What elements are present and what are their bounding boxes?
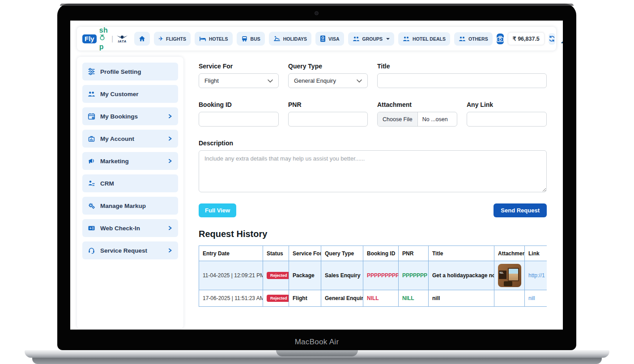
bus-icon (241, 35, 248, 42)
cell-entry-date: 11-04-2025 | 12:09:21 PM (199, 261, 263, 290)
cell-title: Get a holidaypackage now (429, 261, 494, 290)
chevron-right-icon (167, 158, 173, 164)
title-input[interactable] (377, 73, 547, 88)
camera-button[interactable] (497, 34, 504, 44)
col-pnr: PNR (399, 246, 429, 261)
iata-wings-icon (117, 34, 128, 40)
flyshop-logo[interactable]: Fly shp | IATA (82, 26, 128, 51)
attachment-file-input[interactable]: Choose File No ...osen (377, 112, 457, 127)
col-booking-id: Booking ID (363, 246, 399, 261)
cell-query-type: Sales Enquiry (321, 261, 363, 290)
pnr-label: PNR (288, 101, 368, 108)
briefcase-chart-icon (88, 135, 95, 142)
cell-entry-date: 17-06-2025 | 11:51:23 AM (199, 290, 263, 307)
calendar-icon (88, 113, 95, 120)
cell-service-for: Package (289, 261, 321, 290)
cell-booking-id: PPPPPPPPP (363, 261, 399, 290)
table-header-row: Entry Date Status Service For Query Type… (199, 246, 547, 261)
group-icon (353, 36, 360, 42)
camera-icon (497, 36, 504, 42)
nav-home[interactable] (134, 32, 150, 46)
chevron-down-icon (386, 38, 390, 40)
choose-file-button[interactable]: Choose File (378, 112, 418, 126)
service-for-select[interactable]: Flight (199, 73, 279, 88)
cell-query-type: General Enquiry (321, 290, 363, 307)
nav-hotel-deals[interactable]: HOTEL DEALS (398, 32, 450, 46)
chevron-right-icon (167, 114, 173, 119)
nav-groups[interactable]: GROUPS (348, 32, 395, 46)
headset-icon (88, 247, 95, 254)
col-status: Status (263, 246, 289, 261)
sidebar: Profile Setting My Customer My Bookings … (77, 57, 183, 329)
sidebar-item-manage-markup[interactable]: Manage Markup (82, 197, 178, 215)
query-type-label: Query Type (288, 63, 368, 70)
top-navbar: Fly shp | IATA ✈ FLIGHTS HOTELS BUS HOLI… (77, 27, 556, 51)
query-type-select[interactable]: General Enquiry (288, 73, 368, 88)
chevron-down-icon (268, 79, 273, 83)
status-badge: Rejected (267, 272, 289, 279)
cell-pnr: NILL (399, 290, 429, 307)
wallet-balance: ₹ 96,837.5 (508, 32, 545, 45)
group-icon (459, 36, 466, 42)
sidebar-item-my-customer[interactable]: My Customer (82, 85, 178, 103)
col-link: Link (525, 246, 547, 261)
col-service-for: Service For (289, 246, 321, 261)
iata-logo: IATA (117, 34, 128, 43)
chevron-right-icon (167, 136, 173, 141)
description-textarea[interactable] (199, 150, 547, 192)
booking-id-label: Booking ID (199, 101, 279, 108)
chevron-down-icon (357, 79, 362, 83)
device-label: MacBook Air (57, 338, 576, 347)
service-for-label: Service For (199, 63, 279, 70)
sliders-icon (88, 68, 95, 75)
nav-holidays[interactable]: HOLIDAYS (269, 32, 311, 46)
sidebar-item-service-request[interactable]: Service Request (82, 241, 178, 259)
nav-hotels[interactable]: HOTELS (195, 32, 233, 46)
logo-shop: shp (99, 26, 108, 51)
sidebar-item-my-bookings[interactable]: My Bookings (82, 107, 178, 125)
any-link-input[interactable] (467, 112, 547, 127)
boarding-pass-icon: ✈ (88, 224, 95, 232)
file-status: No ...osen (418, 112, 452, 126)
cell-attachment: TEL (494, 261, 525, 290)
nav-others[interactable]: OTHERS (454, 32, 493, 46)
palm-tree-icon (99, 34, 105, 42)
table-row: 11-04-2025 | 12:09:21 PM Rejected Packag… (199, 261, 547, 290)
sidebar-item-web-check-in[interactable]: ✈ Web Check-In (82, 219, 178, 237)
attachment-label: Attachment (377, 101, 457, 108)
thumbnail-window (508, 268, 519, 281)
cell-link[interactable]: nill (525, 290, 547, 307)
cell-link[interactable]: http://1 (525, 261, 547, 290)
send-request-button[interactable]: Send Request (494, 203, 547, 217)
nav-visa[interactable]: VISA (315, 32, 344, 46)
crm-person-icon (88, 180, 95, 187)
chevron-right-icon (167, 248, 173, 253)
nav-bus[interactable]: BUS (237, 32, 265, 46)
sidebar-item-marketing[interactable]: Marketing (82, 152, 178, 170)
full-view-button[interactable]: Full View (199, 203, 236, 217)
sidebar-item-my-account[interactable]: My Account (82, 130, 178, 148)
sidebar-item-crm[interactable]: CRM (82, 174, 178, 192)
thumbnail-furniture (504, 281, 512, 286)
megaphone-icon (88, 157, 95, 165)
nav-flights[interactable]: ✈ FLIGHTS (154, 32, 191, 46)
booking-id-input[interactable] (199, 112, 279, 127)
home-icon (139, 35, 145, 42)
laptop-base-shadow (32, 358, 602, 364)
sidebar-item-profile-setting[interactable]: Profile Setting (82, 63, 178, 80)
refresh-button[interactable] (549, 33, 555, 45)
col-query-type: Query Type (321, 246, 363, 261)
user-avatar[interactable] (559, 33, 563, 45)
refresh-icon (549, 35, 555, 42)
user-icon (559, 33, 563, 45)
request-history-table: Entry Date Status Service For Query Type… (199, 245, 547, 307)
service-request-form: Service For Flight Query Type General En… (199, 63, 547, 307)
cell-service-for: Flight (289, 290, 321, 307)
attachment-thumbnail[interactable]: TEL (498, 264, 521, 287)
beach-lounger-icon (273, 35, 281, 42)
status-badge: Rejected (267, 295, 289, 302)
cell-status: Rejected (263, 290, 289, 307)
laptop-base-notch (276, 350, 358, 356)
pnr-input[interactable] (288, 112, 368, 127)
request-history-title: Request History (199, 229, 547, 239)
